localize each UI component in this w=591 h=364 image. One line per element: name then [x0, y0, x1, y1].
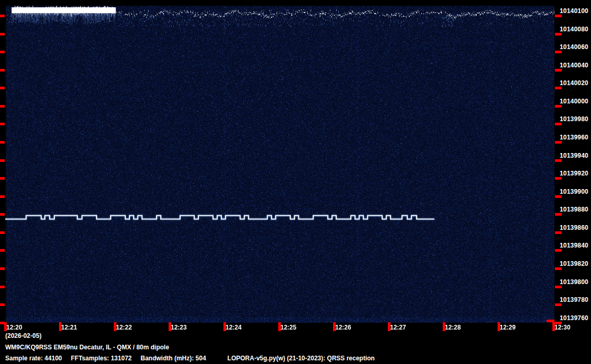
fft-samples-stat: FFTsamples: 131072 — [71, 355, 132, 362]
freq-tick-left — [0, 249, 5, 252]
freq-tick-right — [555, 303, 562, 306]
freq-tick-left — [0, 195, 5, 198]
freq-tick-right — [555, 286, 562, 288]
freq-tick-left — [0, 87, 5, 89]
freq-label: 10139760 — [560, 315, 588, 322]
spectrogram-canvas — [5, 5, 554, 323]
freq-label: 10140000 — [560, 98, 588, 105]
freq-label: 10139880 — [560, 206, 588, 213]
freq-tick-left — [0, 267, 5, 270]
freq-label: 10139800 — [560, 279, 588, 286]
freq-label: 10140020 — [560, 80, 588, 87]
station-info-line: WM9C/KQ9RSS EM59nu Decatur, IL - QMX / 8… — [5, 344, 169, 351]
freq-tick-left — [0, 177, 5, 180]
freq-tick-right — [555, 159, 562, 162]
freq-label: 10140100 — [560, 8, 588, 15]
freq-tick-right — [555, 51, 562, 53]
freq-tick-right — [555, 15, 562, 17]
freq-label: 10139920 — [560, 170, 588, 177]
time-label: 12:27 — [390, 324, 406, 331]
freq-label: 10140040 — [560, 62, 588, 69]
freq-tick-right — [555, 69, 562, 72]
freq-label: 10139980 — [560, 116, 588, 123]
freq-tick-right — [555, 177, 562, 180]
freq-label: 10139840 — [560, 242, 588, 249]
sample-rate-stat: Sample rate: 44100 — [5, 355, 62, 362]
freq-tick-right — [555, 231, 562, 234]
qrss-grabber-screen: 1014010010140080101400601014004010140020… — [0, 0, 591, 364]
stats-line: Sample rate: 44100FFTsamples: 131072Band… — [5, 355, 375, 362]
time-label: 12:28 — [445, 324, 461, 331]
bandwidth-stat: Bandwidth (mHz): 504 — [140, 355, 206, 362]
freq-tick-left — [0, 51, 5, 53]
time-label: 12:25 — [280, 324, 297, 331]
freq-label: 10140080 — [560, 26, 588, 33]
time-label: 12:21 — [61, 324, 77, 331]
freq-label: 10139940 — [560, 152, 588, 159]
freq-tick-right — [555, 123, 562, 125]
date-label: (2026-02-05) — [5, 332, 41, 339]
freq-tick-right — [555, 213, 562, 216]
freq-tick-right — [555, 195, 562, 198]
freq-label: 10139960 — [560, 134, 588, 141]
freq-tick-right — [555, 87, 562, 89]
freq-tick-right — [555, 267, 562, 270]
freq-label: 10139900 — [560, 189, 588, 195]
freq-label: 10139820 — [560, 261, 588, 267]
freq-label: 10139780 — [560, 297, 588, 303]
freq-tick-left — [0, 105, 5, 108]
freq-tick-left — [0, 69, 5, 72]
freq-tick-right — [555, 249, 562, 252]
current-position-marker — [547, 320, 554, 322]
time-label: 12:23 — [171, 324, 187, 331]
freq-tick-left — [0, 213, 5, 216]
freq-label: 10139860 — [560, 225, 588, 231]
freq-label: 10140060 — [560, 44, 588, 51]
freq-tick-right — [555, 141, 562, 144]
time-label: 12:20 — [6, 324, 22, 331]
software-info: LOPORA-v5g.py(w) (21-10-2023): QRSS rece… — [228, 355, 375, 362]
freq-tick-left — [0, 159, 5, 162]
freq-tick-right — [555, 105, 562, 108]
time-label: 12:26 — [335, 324, 351, 331]
freq-tick-left — [0, 286, 5, 288]
freq-tick-left — [0, 33, 5, 36]
time-label: 12:29 — [500, 324, 516, 331]
freq-tick-left — [0, 141, 5, 144]
freq-tick-right — [555, 33, 562, 36]
freq-tick-left — [0, 15, 5, 17]
time-label: 12:24 — [226, 324, 242, 331]
freq-tick-left — [0, 231, 5, 234]
freq-tick-left — [0, 303, 5, 306]
time-label: 12:22 — [116, 324, 132, 331]
time-label: 12:30 — [554, 324, 571, 331]
freq-tick-left — [0, 123, 5, 125]
